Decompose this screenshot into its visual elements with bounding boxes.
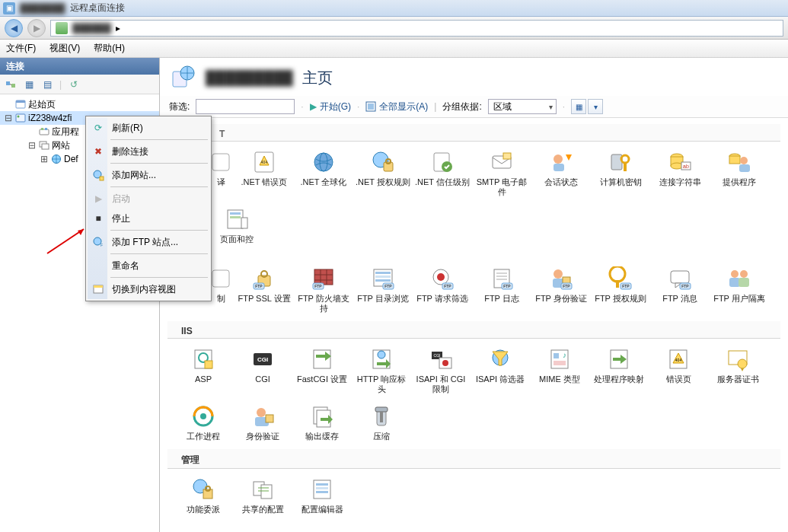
- feature-label: 功能委派: [187, 505, 220, 514]
- feature-mime[interactable]: ♪MIME 类型: [531, 346, 589, 394]
- providers-icon: [726, 149, 752, 175]
- sites-icon: [38, 139, 50, 151]
- globe-icon: [50, 153, 62, 165]
- feature-net-trust[interactable]: .NET 信任级别: [413, 149, 471, 197]
- svg-rect-133: [380, 412, 383, 422]
- feature-http-headers[interactable]: HTTP 响应标头: [353, 346, 410, 394]
- ftp-firewall-icon: FTP: [311, 266, 337, 291]
- svg-text:ab: ab: [683, 164, 689, 169]
- feature-handler-mappings[interactable]: 处理程序映射: [590, 346, 648, 394]
- sidebar-toolbar: ▦ ▤ | ↺: [0, 75, 159, 94]
- ctx-stop[interactable]: ■ 停止: [88, 209, 209, 228]
- svg-rect-9: [45, 128, 47, 130]
- page-header-icon: [169, 64, 196, 91]
- tree-collapse-icon[interactable]: ▦: [23, 78, 35, 91]
- ftp-authz-icon: FTP: [608, 266, 633, 291]
- error-pages-icon: 404: [665, 346, 691, 372]
- menu-view[interactable]: 视图(V): [49, 42, 80, 55]
- ctx-add-website[interactable]: 添加网站...: [88, 165, 209, 185]
- go-button[interactable]: ▶ 开始(G): [310, 100, 351, 113]
- ctx-rename[interactable]: 重命名: [88, 256, 209, 276]
- feature-icon: [208, 266, 234, 291]
- tree-server-label: iZ238w4zfi: [28, 113, 72, 123]
- feature-net-globalization[interactable]: .NET 全球化: [295, 149, 353, 197]
- feature-shared-config[interactable]: 共享的配置: [234, 476, 292, 514]
- feature-ftp-ssl[interactable]: FTPFTP SSL 设置: [235, 266, 293, 314]
- feature-ftp-request-filter[interactable]: FTPFTP 请求筛选: [413, 266, 471, 314]
- group-iis-grid: ASP CGICGI FastCGI 设置 HTTP 响应标头 CGIISAPI…: [160, 345, 788, 449]
- feature-item-cut[interactable]: 译: [208, 149, 234, 197]
- feature-error-pages[interactable]: 404错误页: [649, 346, 707, 394]
- feature-ftp-messages[interactable]: FTPFTP 消息: [651, 266, 709, 314]
- feature-fastcgi[interactable]: FastCGI 设置: [293, 346, 351, 394]
- feature-ftp-auth[interactable]: FTPFTP 身份验证: [532, 266, 590, 314]
- svg-rect-115: [554, 361, 566, 365]
- feature-label: 会话状态: [544, 177, 578, 187]
- tree-expand-icon[interactable]: ▤: [41, 78, 53, 91]
- feature-machine-key[interactable]: 计算机密钥: [592, 149, 649, 197]
- feature-authentication[interactable]: 身份验证: [234, 403, 292, 441]
- svg-rect-8: [41, 128, 43, 130]
- menu-file[interactable]: 文件(F): [6, 42, 36, 55]
- feature-ftp-authz[interactable]: FTPFTP 授权规则: [592, 266, 649, 314]
- feature-config-editor[interactable]: 配置编辑器: [293, 476, 351, 514]
- feature-label: MIME 类型: [539, 374, 580, 384]
- sidebar-prev-icon[interactable]: ↺: [68, 78, 80, 91]
- svg-rect-1: [11, 84, 15, 88]
- ctx-switch-content-view[interactable]: 切换到内容视图: [88, 279, 209, 299]
- feature-ftp-cut[interactable]: 制: [208, 266, 234, 314]
- svg-point-70: [437, 273, 445, 281]
- feature-ftp-browse[interactable]: FTPFTP 目录浏览: [354, 266, 412, 314]
- svg-rect-4: [16, 100, 25, 103]
- svg-point-124: [200, 413, 206, 419]
- svg-rect-138: [261, 485, 272, 499]
- view-buttons: ▦ ▾: [571, 99, 603, 114]
- svg-line-13: [47, 229, 84, 253]
- feature-label: .NET 全球化: [301, 177, 347, 187]
- menu-help[interactable]: 帮助(H): [94, 42, 125, 55]
- feature-asp[interactable]: ASP: [174, 346, 232, 394]
- group-by-combo[interactable]: 区域: [488, 99, 557, 114]
- feature-label: 服务器证书: [717, 374, 759, 384]
- ctx-add-ftp-site[interactable]: F 添加 FTP 站点...: [88, 232, 209, 252]
- feature-session-state[interactable]: 会话状态: [532, 149, 590, 197]
- svg-rect-94: [729, 278, 740, 287]
- svg-text:FTP: FTP: [681, 284, 689, 288]
- filter-input[interactable]: [196, 99, 295, 114]
- ctx-remove-connection[interactable]: ✖ 删除连接: [88, 142, 209, 161]
- show-all-button[interactable]: 全部显示(A): [365, 100, 428, 113]
- feature-delegation[interactable]: 功能委派: [174, 476, 232, 514]
- svg-rect-46: [739, 164, 750, 172]
- feature-net-error-pages[interactable]: 404 .NET 错误页: [235, 149, 293, 197]
- feature-providers[interactable]: 提供程序: [710, 149, 768, 197]
- feature-server-certs[interactable]: 服务器证书: [709, 346, 767, 394]
- feature-net-authorization[interactable]: .NET 授权规则: [354, 149, 412, 197]
- feature-pages-controls[interactable]: 页面和控: [208, 206, 266, 244]
- feature-ftp-logging[interactable]: FTPFTP 日志: [473, 266, 531, 314]
- context-menu: ⟳ 刷新(R) ✖ 删除连接 添加网站... ▶ 启动 ■ 停止 F 添加 FT…: [85, 116, 212, 301]
- ctx-refresh[interactable]: ⟳ 刷新(R): [88, 118, 209, 138]
- feature-compression[interactable]: 压缩: [353, 403, 410, 441]
- feature-worker-processes[interactable]: 工作进程: [174, 403, 232, 441]
- forward-button[interactable]: ▶: [27, 19, 46, 37]
- group-aspnet-grid: 译 404 .NET 错误页 .NET 全球化 .NET 授权规则 .NET 信…: [160, 148, 788, 252]
- view-icons-button[interactable]: ▦: [571, 99, 586, 114]
- address-bar[interactable]: ██████ ▸: [50, 20, 783, 37]
- feature-isapi-filters[interactable]: ISAPI 筛选器: [471, 346, 529, 394]
- feature-ftp-isolation[interactable]: FTP 用户隔离: [710, 266, 768, 314]
- feature-conn-strings[interactable]: ab 连接字符串: [651, 149, 709, 197]
- feature-output-caching[interactable]: 输出缓存: [293, 403, 351, 441]
- svg-text:♪: ♪: [563, 351, 566, 359]
- feature-label: 计算机密钥: [600, 177, 642, 187]
- connect-icon[interactable]: [5, 78, 17, 91]
- feature-smtp[interactable]: SMTP 电子邮件: [473, 149, 531, 197]
- feature-cgi[interactable]: CGICGI: [234, 346, 292, 394]
- show-all-icon: [365, 101, 376, 112]
- back-button[interactable]: ◀: [5, 19, 23, 37]
- view-dropdown-button[interactable]: ▾: [588, 99, 603, 114]
- feature-ftp-firewall[interactable]: FTPFTP 防火墙支持: [295, 266, 353, 314]
- feature-isapi-cgi-restrict[interactable]: CGIISAPI 和 CGI 限制: [412, 346, 470, 394]
- content-view-icon: [91, 282, 105, 296]
- tree-start-page[interactable]: 起始页: [0, 97, 159, 111]
- play-icon: ▶: [310, 101, 317, 112]
